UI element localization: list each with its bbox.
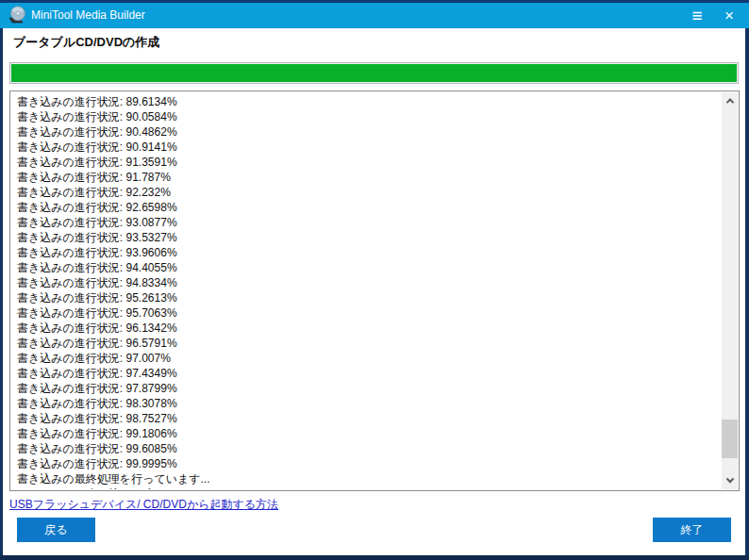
log-box: 書き込みの進行状況: 89.6134%書き込みの進行状況: 90.0584%書き…	[9, 91, 740, 491]
window-border-right	[745, 28, 749, 560]
scroll-down-icon[interactable]	[722, 473, 738, 489]
log-line: 書き込みの進行状況: 95.2613%	[17, 290, 722, 305]
window-border-top	[0, 0, 749, 3]
log-line: ディスクへの書き込みが完了しました	[17, 486, 722, 489]
scrollbar[interactable]	[722, 92, 738, 489]
boot-howto-link[interactable]: USBフラッシュデバイス/ CD/DVDから起動する方法	[9, 497, 278, 513]
log-line: 書き込みの進行状況: 96.1342%	[17, 321, 722, 336]
log-line: 書き込みの進行状況: 89.6134%	[17, 94, 722, 109]
window-border-bottom	[0, 555, 749, 560]
finish-button[interactable]: 終了	[653, 518, 731, 542]
log-line: 書き込みの進行状況: 91.787%	[17, 170, 722, 185]
log-line: 書き込みの進行状況: 90.4862%	[17, 124, 722, 140]
titlebar[interactable]: MiniTool Media Builder ≡ ×	[0, 3, 749, 28]
scrollbar-thumb[interactable]	[722, 420, 738, 458]
window-border-left	[0, 28, 3, 560]
log-list: 書き込みの進行状況: 89.6134%書き込みの進行状況: 90.0584%書き…	[11, 92, 722, 489]
log-line: 書き込みの進行状況: 99.9995%	[17, 456, 722, 471]
progress-bar-fill	[11, 64, 737, 82]
log-line: 書き込みの進行状況: 97.8799%	[17, 381, 722, 396]
log-line: 書き込みの進行状況: 98.3078%	[17, 396, 722, 411]
log-line: 書き込みの進行状況: 97.4349%	[17, 366, 722, 381]
log-line: 書き込みの進行状況: 91.3591%	[17, 155, 722, 170]
log-line: 書き込みの進行状況: 90.9141%	[17, 140, 722, 155]
log-line: 書き込みの進行状況: 93.5327%	[17, 230, 722, 245]
log-line: 書き込みの進行状況: 94.4055%	[17, 260, 722, 275]
disc-icon	[8, 6, 26, 25]
page-title: ブータブルCD/DVDの作成	[13, 34, 159, 51]
log-line: 書き込みの進行状況: 99.1806%	[17, 426, 722, 441]
log-line: 書き込みの進行状況: 90.0584%	[17, 109, 722, 124]
scroll-up-icon[interactable]	[722, 92, 738, 108]
log-line: 書き込みの進行状況: 93.9606%	[17, 245, 722, 260]
close-icon[interactable]: ×	[713, 3, 745, 28]
log-line: 書き込みの進行状況: 99.6085%	[17, 441, 722, 456]
log-line: 書き込みの進行状況: 98.7527%	[17, 411, 722, 426]
log-line: 書き込みの進行状況: 92.232%	[17, 185, 722, 200]
back-button[interactable]: 戻る	[17, 518, 95, 542]
log-line: 書き込みの進行状況: 97.007%	[17, 351, 722, 366]
log-line: 書き込みの進行状況: 94.8334%	[17, 275, 722, 290]
window-title: MiniTool Media Builder	[31, 3, 145, 28]
menu-icon[interactable]: ≡	[681, 3, 713, 28]
log-line: 書き込みの進行状況: 92.6598%	[17, 200, 722, 215]
log-line: 書き込みの最終処理を行っています...	[17, 471, 722, 486]
log-line: 書き込みの進行状況: 93.0877%	[17, 215, 722, 230]
log-line: 書き込みの進行状況: 96.5791%	[17, 336, 722, 351]
log-line: 書き込みの進行状況: 95.7063%	[17, 305, 722, 321]
minitool-media-builder-window: MiniTool Media Builder ≡ × ブータブルCD/DVDの作…	[0, 0, 749, 560]
progress-bar	[9, 62, 739, 84]
